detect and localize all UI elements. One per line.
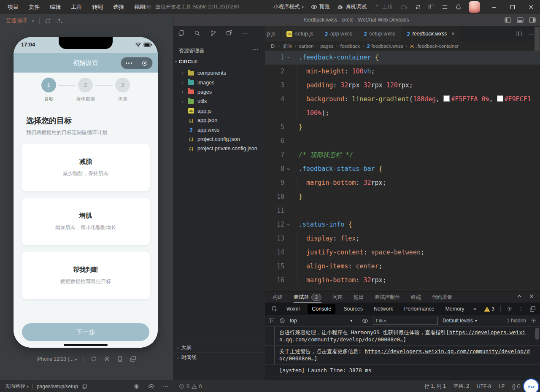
code-line-11[interactable]: 11 [265,204,540,218]
tree-item-project.config.json[interactable]: {..}project.config.json [173,135,265,144]
device-selector[interactable]: iPhone 12/13 (... ▾ [37,356,77,362]
preview-button[interactable]: 预览 [311,3,330,11]
console-settings-icon[interactable] [531,318,537,324]
editor-tab-feedback.wxss[interactable]: 3feedback.wxss× [401,26,461,41]
console-row[interactable]: 关于上述警告，点击查看更多信息: https://developers.weix… [265,345,540,364]
preview-eye-icon[interactable] [148,383,154,389]
overflow-tabs-icon[interactable]: » [473,306,476,312]
inspect-element-icon[interactable] [268,306,281,312]
compile-mode-dropdown[interactable]: 普通编译 [6,17,27,24]
panel-tab-调试控制台[interactable]: 调试控制台 [375,292,400,303]
panel-tab-构建[interactable]: 构建 [273,292,283,303]
code-line-5[interactable]: 5} [265,120,540,134]
warning-count[interactable]: 3 [484,306,494,312]
tree-item-images[interactable]: ›images [173,78,265,87]
more-menu-button[interactable] [121,62,137,64]
breadcrumb-item[interactable]: 桌面 [282,43,292,49]
encoding[interactable]: UTF-8 [477,384,491,389]
multi-window-icon[interactable] [130,356,136,362]
hamburger-menu-icon[interactable] [442,4,448,10]
tree-item-app.json[interactable]: {..}app.json [173,116,265,125]
clear-cache-icon[interactable] [56,18,62,24]
copy-path-icon[interactable] [82,384,87,389]
devtools-tab-Console[interactable]: Console [308,304,335,314]
menu-item-选择[interactable]: 选择 [108,3,129,11]
menu-item-转到[interactable]: 转到 [87,3,108,11]
menu-item-工具[interactable]: 工具 [66,3,87,11]
menu-item-项目[interactable]: 项目 [3,3,24,11]
filter-input[interactable] [373,317,438,325]
upload-button[interactable]: 上传 [374,3,393,11]
dock-side-icon[interactable] [529,306,536,312]
avatar[interactable] [469,1,480,13]
code-line-3[interactable]: 3padding: 32rpx 32rpx 120rpx; [265,78,540,92]
panel-tab-问题[interactable]: 问题 [332,292,343,303]
git-branch-icon[interactable] [210,30,216,36]
language-mode[interactable]: {} C [512,384,521,389]
tree-item-project.private.config.json[interactable]: {..}project.private.config.json [173,144,265,153]
close-icon[interactable] [529,294,534,299]
tree-item-components[interactable]: ›components [173,68,265,78]
code-line-15[interactable]: 15align-items: center; [265,260,540,273]
code-line-13[interactable]: 13display: flex; [265,232,540,246]
code-line-4[interactable]: 4background: linear-gradient(180deg, #F5… [265,92,540,106]
mode-dropdown[interactable]: 小程序模式▾ [273,3,304,11]
context-selector[interactable]: top▾ [290,318,352,324]
code-line-9[interactable]: 9margin-bottom: 32rpx; [265,176,540,190]
console-row[interactable]: 台进行兼容处理，让小程序在 HarmonyOS 也获得最佳体验，查看指引[htt… [265,326,540,345]
next-step-button[interactable]: 下一步 [22,323,149,341]
collapse-icon[interactable] [517,294,522,299]
code-line-2[interactable]: 2min-height: 100vh; [265,65,540,78]
live-expression-icon[interactable] [362,318,368,324]
record-icon[interactable] [104,356,110,362]
outline-section[interactable]: ›大纲 [173,343,265,352]
fold-icon[interactable]: › [284,51,294,65]
cloud-icon[interactable] [400,4,408,10]
panel-tab-输出[interactable]: 输出 [354,292,364,303]
console-sidebar-icon[interactable] [268,318,275,324]
devtools-tab-Sources[interactable]: Sources [343,306,363,312]
panel-tab-代码质量[interactable]: 代码质量 [432,292,452,303]
tree-item-app.js[interactable]: JSapp.js [173,106,265,116]
breadcrumb-item[interactable]: D: [271,43,276,49]
panel-tab-终端[interactable]: 终端 [411,292,421,303]
ifly-input-badge[interactable]: iFLY [523,378,539,392]
more-icon[interactable]: ⋯ [242,30,248,36]
code-line-10[interactable]: 10} [265,190,540,204]
kebab-menu-icon[interactable]: ⋮ [518,306,524,312]
fold-icon[interactable]: › [284,162,294,176]
explorer-more-icon[interactable]: ⋯ [253,46,259,52]
code-line-16[interactable]: 16margin-bottom: 32rpx; [265,273,540,287]
close-button[interactable] [525,2,537,13]
console-row[interactable]: [system] Launch Time: 3878 ms [265,364,540,376]
search-icon[interactable] [194,30,200,36]
exit-button[interactable] [137,61,153,66]
breadcrumb-item[interactable]: 3feedback.wxss [367,43,403,49]
editor-tab-app.wxss[interactable]: 3app.wxss [319,26,358,41]
goal-card-帮我判断[interactable]: 帮我判断根据数据推荐最佳目标 [21,251,150,300]
remote-debug-button[interactable]: 真机调试 [337,3,367,11]
console-log-area[interactable]: 台进行兼容处理，让小程序在 HarmonyOS 也获得最佳体验，查看指引[htt… [265,326,540,380]
panel-tab-调试器[interactable]: 调试器3 [294,292,321,303]
devtools-tab-Performance[interactable]: Performance [404,306,435,312]
project-root[interactable]: › CIRCLE [176,59,198,64]
editor-tab-p.js[interactable]: p.js [265,26,281,41]
close-tab-icon[interactable]: × [451,31,454,37]
code-line-8[interactable]: 8›.feedback-status-bar { [265,162,540,176]
indentation[interactable]: 空格: 2 [454,383,469,390]
toggle-bottom-panel-icon[interactable] [517,17,524,23]
breadcrumb-item[interactable]: .feedback-container [410,43,459,49]
files-icon[interactable] [178,30,184,36]
breadcrumb[interactable]: D:›桌面›carbon›pages›feedback›3feedback.wx… [265,41,540,51]
clear-console-icon[interactable] [279,318,285,324]
breadcrumb-item[interactable]: pages [320,43,333,49]
toggle-right-panel-icon[interactable] [529,17,536,23]
console-scrollbar[interactable] [535,328,539,340]
swap-icon[interactable] [415,4,421,10]
editor-scrollbar[interactable] [535,27,540,51]
vconsole-bug-icon[interactable] [133,383,140,389]
breadcrumb-item[interactable]: feedback [340,43,360,49]
tree-item-pages[interactable]: ›pages [173,87,265,97]
refresh-icon[interactable] [91,356,97,362]
phone-frame-icon[interactable] [117,356,123,362]
